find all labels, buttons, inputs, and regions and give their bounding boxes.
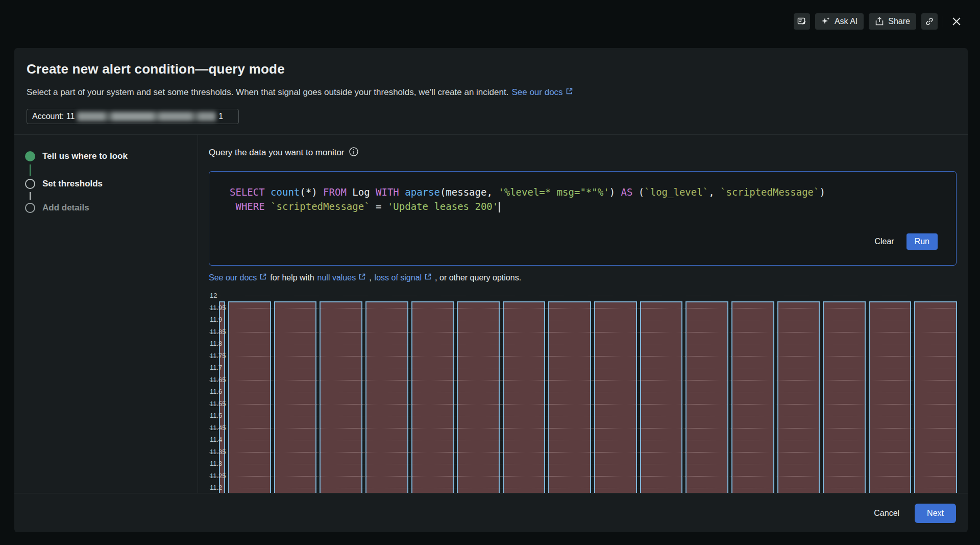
info-icon[interactable] (349, 147, 359, 159)
gridline (209, 452, 957, 453)
external-link-icon (259, 273, 267, 282)
ask-ai-button[interactable]: Ask AI (815, 13, 864, 30)
y-tick-label: 12 (210, 292, 217, 299)
step-label: Add details (42, 203, 89, 213)
step-dot (25, 151, 35, 161)
step-tell-us-where-to-look[interactable]: Tell us where to look (25, 151, 185, 161)
step-set-thresholds[interactable]: Set thresholds (25, 179, 185, 189)
docs-help-row: See our docsfor help withnull values,los… (209, 273, 957, 282)
docs-text: , (369, 273, 371, 282)
gridline (209, 332, 957, 333)
gridline (209, 392, 957, 392)
gridline (209, 356, 957, 357)
account-dropdown[interactable]: Account: 111 (27, 109, 239, 124)
close-button[interactable] (948, 13, 965, 30)
modal-body: Tell us where to lookSet thresholdsAdd d… (14, 135, 968, 493)
step-add-details[interactable]: Add details (25, 203, 185, 213)
y-tick-label: 11.6 (210, 388, 222, 395)
editor-actions: Clear Run (874, 233, 938, 250)
notes-edit-icon (797, 17, 806, 26)
gridline (209, 320, 957, 320)
steps-sidebar: Tell us where to lookSet thresholdsAdd d… (14, 135, 198, 493)
external-link-icon (424, 273, 432, 282)
modal-footer: Cancel Next (14, 493, 968, 532)
modal-subtitle: Select a part of your system and set som… (27, 87, 955, 98)
top-toolbar: Ask AI Share (794, 13, 965, 30)
gridline (209, 404, 957, 405)
gridline (209, 368, 957, 368)
gridline (209, 440, 957, 440)
notes-edit-button[interactable] (794, 13, 810, 30)
y-tick-label: 11.4 (210, 436, 222, 443)
y-tick-label: 11.65 (210, 376, 226, 384)
share-button[interactable]: Share (869, 13, 916, 30)
account-prefix: Account: 11 (32, 112, 75, 121)
text-cursor (499, 202, 500, 212)
y-tick-label: 11.5 (210, 412, 222, 419)
query-label: Query the data you want to monitor (209, 148, 345, 158)
copy-link-button[interactable] (921, 13, 938, 30)
step-connector (30, 192, 31, 200)
gridline (209, 428, 957, 429)
y-tick-label: 11.2 (210, 484, 222, 491)
step-dot (25, 179, 35, 189)
create-alert-condition-modal: Create new alert condition—query mode Se… (14, 48, 968, 532)
docs-link[interactable]: loss of signal (375, 273, 432, 282)
gridline (209, 296, 957, 296)
step-dot (25, 203, 35, 213)
external-link-icon (566, 87, 573, 98)
see-our-docs-link[interactable]: See our docs (511, 87, 573, 98)
page-title: Create new alert condition—query mode (27, 61, 955, 77)
query-line: WHERE `scriptedMessage` = 'Update leases… (230, 199, 946, 214)
query-label-row: Query the data you want to monitor (209, 146, 957, 159)
gridline (209, 308, 957, 309)
gridline (209, 476, 957, 477)
next-button[interactable]: Next (915, 504, 956, 523)
y-tick-label: 11.7 (210, 364, 222, 371)
clear-button[interactable]: Clear (874, 237, 894, 246)
y-tick-label: 11.25 (210, 472, 226, 480)
modal-header: Create new alert condition—query mode Se… (14, 48, 968, 98)
step-label: Set thresholds (42, 179, 103, 189)
y-tick-label: 11.35 (210, 448, 226, 456)
gridline (209, 344, 957, 344)
main-panel: Query the data you want to monitor SELEC… (198, 135, 968, 493)
y-tick-label: 11.45 (210, 424, 226, 432)
docs-link[interactable]: null values (317, 273, 366, 282)
step-connector (30, 164, 31, 176)
y-tick-label: 11.95 (210, 304, 226, 312)
subtitle-text: Select a part of your system and set som… (27, 87, 508, 98)
account-suffix: 1 (218, 112, 223, 121)
docs-text: , or other query options. (435, 273, 521, 282)
step-label: Tell us where to look (42, 151, 128, 161)
run-button[interactable]: Run (906, 233, 938, 250)
gridline (209, 380, 957, 381)
cancel-button[interactable]: Cancel (874, 509, 899, 518)
link-icon (925, 17, 934, 26)
external-link-icon (358, 273, 366, 282)
gridline (209, 488, 957, 488)
query-preview-chart: 1211.9511.911.8511.811.7511.711.6511.611… (209, 288, 957, 493)
y-tick-label: 11.55 (210, 400, 226, 408)
docs-link[interactable]: See our docs (209, 273, 267, 282)
share-icon (875, 17, 884, 26)
docs-text: for help with (270, 273, 314, 282)
sparkle-icon (821, 17, 830, 26)
steps: Tell us where to lookSet thresholdsAdd d… (25, 151, 185, 213)
ask-ai-label: Ask AI (835, 17, 857, 26)
query-line: SELECT count(*) FROM Log WITH aparse(mes… (230, 185, 946, 199)
y-tick-label: 11.75 (210, 352, 226, 360)
share-label: Share (888, 17, 910, 26)
close-icon (951, 16, 962, 27)
account-redacted-blur (77, 112, 216, 121)
query-editor[interactable]: SELECT count(*) FROM Log WITH aparse(mes… (209, 171, 957, 266)
gridline (209, 464, 957, 464)
query-code: SELECT count(*) FROM Log WITH aparse(mes… (209, 172, 956, 214)
gridline (209, 416, 957, 416)
y-tick-label: 11.9 (210, 316, 222, 323)
y-tick-label: 11.85 (210, 328, 226, 336)
y-tick-label: 11.3 (210, 460, 222, 467)
toolbar-divider (943, 16, 943, 27)
y-tick-label: 11.8 (210, 340, 222, 347)
